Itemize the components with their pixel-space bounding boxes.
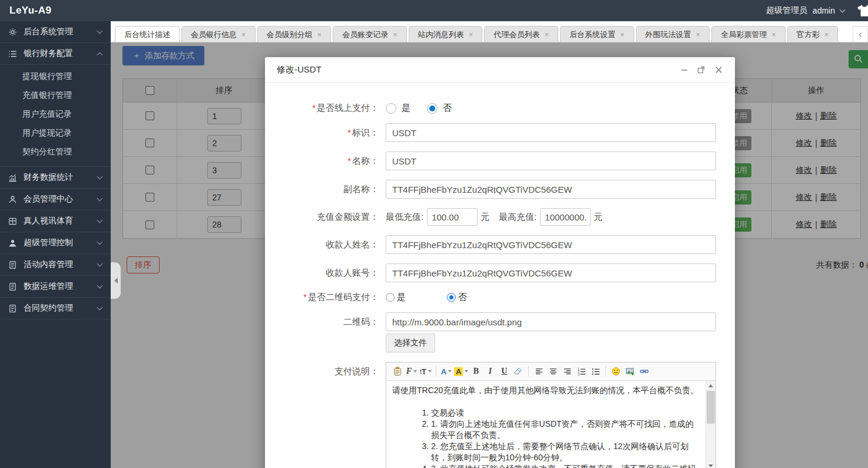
sidebar-group-label: 银行财务配置 <box>24 48 73 59</box>
close-icon[interactable]: × <box>241 30 246 39</box>
close-icon[interactable]: × <box>469 30 473 39</box>
tab-member-level-group[interactable]: 会员级别分组× <box>257 26 332 42</box>
payee-name-input[interactable] <box>386 235 716 254</box>
list-icon <box>8 49 18 58</box>
tab-official-lottery[interactable]: 官方彩× <box>787 26 839 42</box>
bold-button[interactable]: B <box>469 364 482 378</box>
unordered-list-button[interactable] <box>589 364 602 378</box>
qr-pay-label: 是否二维码支付： <box>308 292 379 302</box>
close-icon[interactable]: × <box>393 30 397 39</box>
close-icon[interactable]: × <box>771 30 776 39</box>
amount-row: 充值金额设置： 最低充值: 元 最高充值: 元 <box>265 208 735 226</box>
close-icon[interactable]: × <box>824 30 829 39</box>
online-pay-no-radio[interactable] <box>427 103 438 114</box>
qr-url-input[interactable] <box>386 312 716 331</box>
font-family-button[interactable]: F <box>405 364 418 378</box>
online-pay-yes-radio[interactable] <box>386 103 396 114</box>
tab-system-settings[interactable]: 后台系统设置× <box>560 26 634 42</box>
chevron-down-icon <box>97 217 103 223</box>
scrollbar-thumb[interactable] <box>707 391 715 424</box>
sidebar-group-activity[interactable]: 活动内容管理 <box>0 254 111 276</box>
user-name: admin <box>813 6 835 15</box>
remove-format-button[interactable] <box>512 364 525 378</box>
subname-input[interactable] <box>386 180 716 199</box>
emoticon-button[interactable] <box>609 364 622 378</box>
tshirt-icon[interactable] <box>857 4 868 19</box>
sidebar-item-contract-dividend[interactable]: 契约分红管理 <box>0 143 111 162</box>
list-item: 2. 您充值至上述地址后，需要整个网络节点确认，12次网络确认后可划转，到账时间… <box>431 441 700 463</box>
user-menu[interactable]: 超级管理员 admin <box>766 0 844 21</box>
name-input[interactable] <box>386 151 716 170</box>
list-item: 1. 请勿向上述地址充值任何非USDT资产，否则资产将不可找回，造成的损失平台概… <box>431 418 700 441</box>
online-pay-label: 是否线上支付： <box>317 103 379 113</box>
sidebar-group-label: 真人视讯体育 <box>24 216 73 226</box>
subname-label: 副名称： <box>343 184 379 194</box>
close-icon[interactable]: × <box>696 30 701 39</box>
editor-toolbar: F tT A A B I U 123 <box>386 362 715 381</box>
sidebar-item-user-deposit-log[interactable]: 用户充值记录 <box>0 105 111 124</box>
qr-pay-no-radio[interactable] <box>447 293 456 302</box>
editor-intro: 请使用TRC20充值此单，由于使用其他网络导致无法到账的情况，本平台概不负责。 <box>392 385 700 396</box>
sidebar-group-super-admin[interactable]: 超级管理控制 <box>0 232 111 254</box>
align-left-button[interactable] <box>532 364 545 378</box>
insert-link-button[interactable] <box>638 364 651 378</box>
close-icon[interactable]: × <box>317 30 322 39</box>
sidebar-group-system[interactable]: 后台系统管理 <box>0 21 111 43</box>
sidebar-group-label: 后台系统管理 <box>24 27 73 37</box>
sidebar-group-contract[interactable]: 合同契约管理 <box>0 298 111 319</box>
tabs-scroll-left-button[interactable]: ‹ <box>853 26 868 42</box>
scrollbar-down-button[interactable] <box>706 461 715 468</box>
text-color-button[interactable]: A <box>440 364 453 378</box>
align-right-button[interactable] <box>561 364 574 378</box>
sidebar-item-withdraw-bank[interactable]: 提现银行管理 <box>0 67 111 86</box>
sidebar-item-deposit-bank[interactable]: 充值银行管理 <box>0 86 111 105</box>
max-amount-input[interactable] <box>540 208 591 226</box>
align-center-button[interactable] <box>546 364 559 378</box>
payee-account-input[interactable] <box>386 263 716 282</box>
minimize-button[interactable] <box>680 65 688 74</box>
sidebar-collapse-handle[interactable] <box>111 262 121 299</box>
maximize-button[interactable] <box>697 65 705 74</box>
sidebar-group-member-center[interactable]: 会员管理中心 <box>0 189 111 210</box>
admin-icon <box>8 238 18 248</box>
qr-pay-yes-radio[interactable] <box>386 293 395 302</box>
underline-button[interactable]: U <box>498 364 511 378</box>
pay-desc-row: 支付说明： F tT A A B I U <box>265 362 735 468</box>
sidebar-group-finance-stats[interactable]: 财务数据统计 <box>0 167 111 189</box>
mark-row: *标识： <box>265 123 735 142</box>
font-size-button[interactable]: tT <box>419 364 432 378</box>
paste-icon[interactable] <box>391 364 404 378</box>
tab-global-lottery[interactable]: 全局彩票管理× <box>711 26 786 42</box>
svg-text:3: 3 <box>578 372 579 375</box>
close-icon[interactable]: × <box>620 30 625 39</box>
close-icon[interactable]: × <box>544 30 549 39</box>
min-amount-label: 最低充值: <box>386 212 423 223</box>
caret-down-icon <box>465 370 468 373</box>
sidebar-group-bank-finance[interactable]: 银行财务配置 <box>0 43 111 65</box>
dialog-header: 修改-USDT <box>265 57 735 83</box>
tab-agent-members[interactable]: 代理会员列表× <box>484 26 558 42</box>
tab-outer-play-settings[interactable]: 外围玩法设置× <box>636 26 710 42</box>
sidebar-item-user-withdraw-log[interactable]: 用户提现记录 <box>0 124 111 143</box>
scrollbar-up-button[interactable] <box>706 381 715 390</box>
mark-input[interactable] <box>386 123 716 142</box>
insert-image-button[interactable] <box>624 364 637 378</box>
min-amount-input[interactable] <box>427 208 478 226</box>
editor-scrollbar <box>705 381 715 468</box>
payee-account-label: 收款人账号： <box>326 268 379 278</box>
sidebar-group-label: 数据运维管理 <box>24 281 73 292</box>
ordered-list-button[interactable]: 123 <box>575 364 588 378</box>
tab-stats-overview[interactable]: 后台统计描述 <box>115 26 180 42</box>
chevron-down-icon <box>97 239 103 245</box>
highlight-color-button[interactable]: A <box>454 364 468 378</box>
sidebar-group-data-ops[interactable]: 数据运维管理 <box>0 276 111 298</box>
sidebar-group-live-sports[interactable]: 真人视讯体育 <box>0 210 111 232</box>
close-button[interactable] <box>714 65 723 74</box>
tab-site-messages[interactable]: 站内消息列表× <box>409 26 483 42</box>
editor-content[interactable]: 请使用TRC20充值此单，由于使用其他网络导致无法到账的情况，本平台概不负责。 … <box>386 381 715 468</box>
file-select-button[interactable]: 选择文件 <box>386 334 435 352</box>
italic-button[interactable]: I <box>483 364 496 378</box>
tab-member-bank-info[interactable]: 会员银行信息× <box>181 26 256 42</box>
tab-member-account-log[interactable]: 会员账变记录× <box>333 26 407 42</box>
name-row: *名称： <box>265 151 735 170</box>
